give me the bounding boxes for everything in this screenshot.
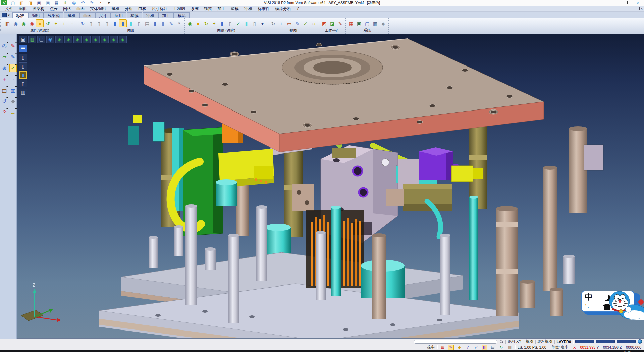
- menu-item[interactable]: 编辑: [16, 6, 30, 12]
- save-as-icon[interactable]: ▣: [45, 0, 51, 5]
- delete-graphics-icon[interactable]: ▮: [151, 19, 159, 27]
- toolbar-grip[interactable]: [0, 19, 2, 32]
- pointer-mode-icon[interactable]: ◉: [46, 36, 54, 43]
- ghost-cylinder-icon[interactable]: ▯: [103, 19, 111, 27]
- redo-icon[interactable]: ↷: [89, 0, 94, 5]
- advanced-refresh-icon[interactable]: ↻: [202, 19, 210, 27]
- new-file-icon[interactable]: ▢: [10, 0, 16, 5]
- menu-item[interactable]: 模流分析: [272, 6, 294, 12]
- view-smiley-icon[interactable]: ☺: [310, 19, 317, 27]
- attributes-palette-icon[interactable]: ◧: [4, 19, 11, 27]
- menu-item[interactable]: 线架构: [30, 6, 47, 12]
- layer-cylinder-3-icon[interactable]: ▮: [19, 71, 27, 79]
- system-box-icon[interactable]: ◆: [379, 19, 387, 27]
- advanced-traffic-icon[interactable]: ●: [194, 19, 202, 27]
- lock-label[interactable]: 拴牢: [427, 345, 435, 350]
- visibility-plusminus-icon[interactable]: ±: [52, 19, 60, 27]
- toolbar-tab[interactable]: 建模: [64, 12, 79, 18]
- layer-cylinder-4-icon[interactable]: ▯: [19, 80, 27, 87]
- search-icon[interactable]: [499, 340, 503, 344]
- minimize-button[interactable]: [606, 0, 619, 6]
- layer-color-swatch[interactable]: [596, 340, 615, 343]
- menu-item[interactable]: 尺寸标注: [149, 6, 170, 12]
- toolbar-tab[interactable]: 标准: [12, 12, 28, 18]
- copy-graphics-icon[interactable]: ▮: [159, 19, 167, 27]
- menu-item[interactable]: 视窗: [201, 6, 215, 12]
- restore-button[interactable]: [619, 0, 631, 6]
- close-button[interactable]: ×: [631, 0, 644, 6]
- surface-corners-icon[interactable]: ▱: [1, 53, 8, 61]
- open-file-icon[interactable]: ◧: [19, 0, 24, 5]
- plot-icon[interactable]: ⇧: [62, 0, 68, 5]
- view-cube-iso-icon[interactable]: ◈: [55, 36, 63, 43]
- shading-mode-icon[interactable]: ▥: [28, 36, 36, 43]
- menu-item[interactable]: 分析: [122, 6, 136, 12]
- workplane-edit-icon[interactable]: ✎: [336, 19, 344, 27]
- system-monitor-icon[interactable]: ▣: [355, 19, 363, 27]
- edit-graphics-icon[interactable]: ✎: [167, 19, 175, 27]
- solid-view-icon[interactable]: ◆: [9, 97, 17, 105]
- system-window-icon[interactable]: ▢: [363, 19, 371, 27]
- view-cube-dimetric-icon[interactable]: ◈: [119, 36, 127, 43]
- menu-item[interactable]: 文件: [3, 6, 16, 12]
- copy-attributes-icon[interactable]: ◉: [12, 19, 19, 27]
- toolbar-tab[interactable]: 应用: [111, 12, 126, 18]
- toolbar-tab[interactable]: 编辑: [28, 12, 44, 18]
- delete-entity-icon[interactable]: ✎: [9, 42, 17, 50]
- view-check-icon[interactable]: ✓: [302, 19, 309, 27]
- layer-cylinder-1-icon[interactable]: ▯: [19, 54, 27, 61]
- quick-access-dropdown[interactable]: ▾: [106, 0, 112, 5]
- menu-item[interactable]: 曲面: [74, 6, 87, 12]
- view-cube-right-icon[interactable]: ◈: [92, 36, 100, 43]
- menu-item[interactable]: 标准件: [255, 6, 272, 12]
- render-solid-icon[interactable]: ▮: [218, 19, 226, 27]
- layer-trash-icon[interactable]: ▥: [19, 89, 27, 96]
- layer-cylinder-2-icon[interactable]: ▯: [19, 62, 27, 70]
- window-panes-icon[interactable]: ▦: [9, 86, 17, 94]
- view-cube-bottom-icon[interactable]: ◈: [110, 36, 118, 43]
- layer-color-swatch[interactable]: [575, 340, 594, 343]
- menu-item[interactable]: 塑模: [228, 6, 241, 12]
- toolbar-tab[interactable]: 线架构: [44, 12, 63, 18]
- visi-logo[interactable]: V: [1, 0, 7, 5]
- ucs-axes-icon[interactable]: +: [1, 75, 8, 83]
- display-mode-icon[interactable]: ▣: [19, 36, 27, 43]
- system-palette-icon[interactable]: ▦: [347, 19, 355, 27]
- confirm-icon[interactable]: ✓: [9, 64, 17, 72]
- menu-item[interactable]: 加工: [215, 6, 228, 12]
- shaded-solid-icon[interactable]: ▮: [111, 19, 119, 27]
- selection-filter-icon[interactable]: ●: [36, 19, 44, 27]
- recent-icon[interactable]: ◔: [97, 0, 103, 5]
- snap-grid-icon[interactable]: ▦: [440, 345, 445, 350]
- pick-wand-icon[interactable]: ✎: [448, 345, 454, 350]
- menu-item[interactable]: 工程图: [170, 6, 188, 12]
- save-all-icon[interactable]: ▦: [54, 0, 59, 5]
- view-cube-back-icon[interactable]: ◈: [73, 36, 82, 43]
- hide-entities-icon[interactable]: −: [68, 19, 76, 27]
- search-input[interactable]: [414, 340, 497, 344]
- key-icon[interactable]: ◆: [457, 345, 462, 350]
- view-mode-label[interactable]: 绝对 XY 上视图: [508, 339, 533, 344]
- filter-add-icon[interactable]: ◉: [20, 19, 28, 27]
- hatch-solid-icon[interactable]: ▤: [143, 19, 151, 27]
- absolute-view-label[interactable]: 绝对视图: [538, 339, 552, 344]
- render-cone-icon[interactable]: ▼: [259, 19, 266, 27]
- dynamic-move-icon[interactable]: ⇄: [473, 345, 479, 350]
- show-entities-icon[interactable]: +: [60, 19, 68, 27]
- active-layer-label[interactable]: LAYER0: [557, 340, 571, 344]
- tab-strip-menu-icon[interactable]: [2, 13, 7, 17]
- mdi-close-button[interactable]: ×: [641, 7, 643, 11]
- wireframe-cylinder-icon[interactable]: ▯: [87, 19, 95, 27]
- render-ghost-icon[interactable]: ▯: [226, 19, 234, 27]
- filter-refresh-icon[interactable]: ↺: [44, 19, 52, 27]
- menu-item[interactable]: 系统: [188, 6, 201, 12]
- toolbar-tab[interactable]: 加工: [158, 12, 174, 18]
- toolbar-tab[interactable]: 模流: [174, 12, 190, 18]
- graphics-tools-icon[interactable]: *: [175, 19, 183, 27]
- filter-remove-icon[interactable]: ◉: [28, 19, 36, 27]
- list-filter-icon[interactable]: ▤: [490, 345, 496, 350]
- hidden-line-cylinder-icon[interactable]: ▯: [95, 19, 103, 27]
- zoom-elements-icon[interactable]: ⊕: [1, 64, 8, 72]
- view-cube-left-icon[interactable]: ◈: [83, 36, 91, 43]
- regen-icon[interactable]: ↺: [1, 97, 8, 105]
